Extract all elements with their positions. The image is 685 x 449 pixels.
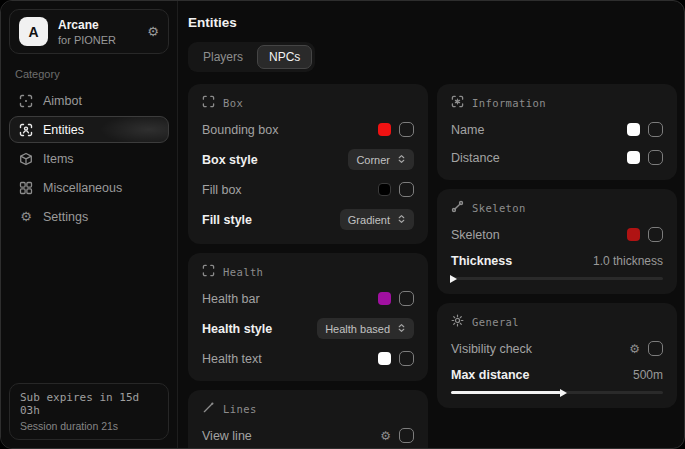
sidebar-item-settings[interactable]: ⚙ Settings	[9, 203, 169, 230]
thickness-slider[interactable]	[451, 277, 663, 280]
checkbox[interactable]	[648, 150, 663, 165]
row-label: Fill box	[202, 183, 242, 197]
row-label: Visibility check	[451, 342, 532, 356]
gear-icon[interactable]: ⚙	[629, 343, 640, 355]
row-label: Bounding box	[202, 123, 278, 137]
slider-thumb[interactable]	[450, 275, 457, 283]
gear-icon[interactable]: ⚙	[147, 25, 159, 38]
box-style-dropdown[interactable]: Corner	[348, 149, 414, 170]
setting-row: Fill box	[202, 181, 414, 198]
category-label: Category	[15, 68, 163, 80]
sidebar-item-entities[interactable]: Entities	[9, 116, 169, 143]
app-name: Arcane	[58, 18, 116, 32]
card-health: Health Health bar Health style Health ba…	[188, 253, 428, 381]
sidebar-item-label: Aimbot	[43, 94, 82, 108]
row-label: Box style	[202, 153, 258, 167]
color-swatch[interactable]	[378, 183, 391, 196]
setting-row: Fill style Gradient	[202, 209, 414, 230]
app-subtitle: for PIONER	[58, 34, 116, 46]
corner-brackets-icon	[202, 95, 215, 110]
color-swatch[interactable]	[378, 123, 391, 136]
color-swatch[interactable]	[378, 292, 391, 305]
tab-npcs[interactable]: NPCs	[257, 45, 312, 69]
subscription-status: Sub expires in 15d 03h Session duration …	[9, 383, 169, 440]
fill-style-dropdown[interactable]: Gradient	[340, 209, 414, 230]
slider-value: 500m	[633, 368, 663, 382]
setting-row: Box style Corner	[202, 149, 414, 170]
app-header: A Arcane for PIONER ⚙	[9, 9, 169, 54]
row-label: Fill style	[202, 213, 252, 227]
card-lines: Lines View line ⚙ Line to enemy ⚙	[188, 390, 428, 449]
card-title: Box	[223, 97, 243, 109]
grid-icon	[19, 181, 33, 195]
sidebar-item-label: Items	[43, 152, 74, 166]
row-label: Health style	[202, 322, 272, 336]
health-style-dropdown[interactable]: Health based	[317, 318, 414, 339]
main-panel: Entities Players NPCs Box	[178, 1, 685, 448]
slider-thumb[interactable]	[560, 389, 567, 397]
color-swatch[interactable]	[378, 352, 391, 365]
sidebar-item-items[interactable]: Items	[9, 145, 169, 172]
checkbox[interactable]	[648, 227, 663, 242]
card-general: General Visibility check ⚙ Max distance …	[437, 303, 677, 408]
sub-expiry-text: Sub expires in 15d 03h	[20, 391, 158, 417]
setting-row: Health style Health based	[202, 318, 414, 339]
chevrons-up-down-icon	[397, 152, 406, 167]
setting-row: Distance	[451, 149, 663, 166]
setting-row: Health text	[202, 350, 414, 367]
card-general-header: General	[451, 314, 663, 329]
right-column: Information Name Distance	[437, 84, 677, 449]
slider-row: Max distance 500m	[451, 368, 663, 382]
info-scan-icon	[451, 95, 464, 110]
slider-row: Thickness 1.0 thickness	[451, 254, 663, 268]
checkbox[interactable]	[648, 122, 663, 137]
setting-row: Health bar	[202, 290, 414, 307]
card-skeleton-header: Skeleton	[451, 200, 663, 215]
row-label: Thickness	[451, 254, 512, 268]
row-label: Max distance	[451, 368, 530, 382]
checkbox[interactable]	[399, 428, 414, 443]
slider-fill	[451, 391, 561, 394]
setting-row: Bounding box	[202, 121, 414, 138]
setting-row: Skeleton	[451, 226, 663, 243]
page-title: Entities	[188, 15, 677, 30]
row-label: View line	[202, 429, 252, 443]
card-information-header: Information	[451, 95, 663, 110]
crosshair-icon	[19, 94, 33, 108]
left-column: Box Bounding box Box style Corner	[188, 84, 428, 449]
diagonal-line-icon	[202, 401, 215, 416]
gear-icon[interactable]: ⚙	[380, 430, 391, 442]
row-label: Skeleton	[451, 228, 500, 242]
app-logo: A	[19, 17, 48, 46]
checkbox[interactable]	[399, 122, 414, 137]
sidebar-item-label: Miscellaneous	[43, 181, 122, 195]
entities-scan-icon	[19, 123, 33, 137]
sidebar-item-miscellaneous[interactable]: Miscellaneous	[9, 174, 169, 201]
sidebar-nav: Aimbot Entities	[1, 87, 177, 230]
chevrons-up-down-icon	[397, 321, 406, 336]
card-title: Skeleton	[472, 202, 526, 214]
chevrons-up-down-icon	[397, 212, 406, 227]
package-icon	[19, 152, 33, 166]
card-title: Information	[472, 97, 546, 109]
checkbox[interactable]	[399, 291, 414, 306]
card-title: Health	[223, 266, 263, 278]
color-swatch[interactable]	[627, 151, 640, 164]
checkbox[interactable]	[399, 182, 414, 197]
sidebar-item-aimbot[interactable]: Aimbot	[9, 87, 169, 114]
card-health-header: Health	[202, 264, 414, 279]
row-label: Distance	[451, 151, 500, 165]
color-swatch[interactable]	[627, 228, 640, 241]
checkbox[interactable]	[399, 351, 414, 366]
tab-players[interactable]: Players	[191, 45, 255, 69]
cards-grid: Box Bounding box Box style Corner	[188, 84, 677, 449]
max-distance-slider[interactable]	[451, 391, 663, 394]
session-duration-text: Session duration 21s	[20, 420, 158, 432]
checkbox[interactable]	[648, 341, 663, 356]
slider-value: 1.0 thickness	[593, 254, 663, 268]
color-swatch[interactable]	[627, 123, 640, 136]
card-skeleton: Skeleton Skeleton Thickness 1.0 thicknes…	[437, 189, 677, 294]
setting-row: Visibility check ⚙	[451, 340, 663, 357]
sidebar-item-label: Entities	[43, 123, 84, 137]
row-label: Health text	[202, 352, 262, 366]
